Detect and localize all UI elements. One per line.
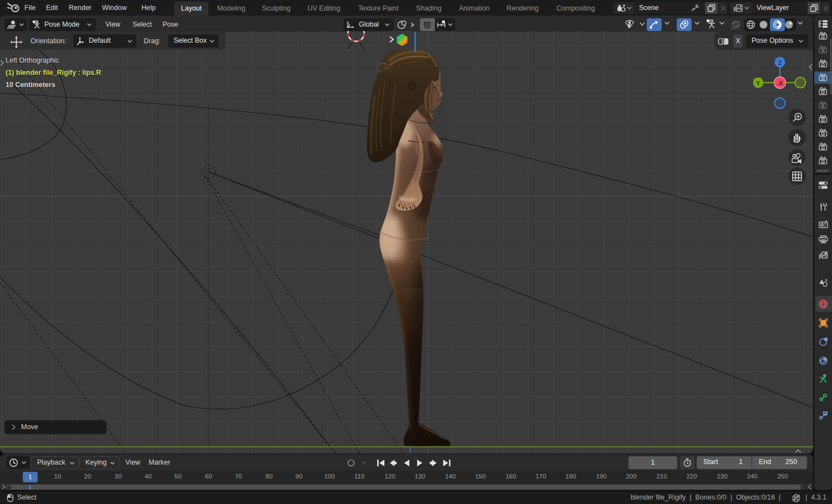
svg-text:Y: Y <box>756 80 760 86</box>
svg-text:Z: Z <box>778 59 782 66</box>
svg-text:-X: -X <box>777 80 784 86</box>
